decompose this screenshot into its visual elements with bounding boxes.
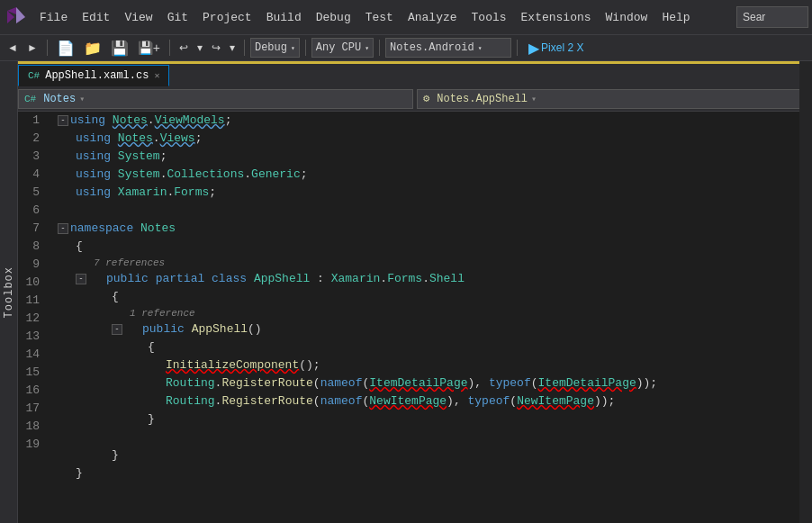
new-file-button[interactable]: 📄 bbox=[53, 37, 78, 59]
menu-analyze[interactable]: Analyze bbox=[401, 7, 465, 28]
menu-view[interactable]: View bbox=[117, 7, 159, 28]
collapse-9[interactable]: - bbox=[76, 274, 86, 284]
code-line-11: - public AppShell() bbox=[58, 320, 812, 338]
code-line-15: Routing. RegisterRoute( nameof( NewItemP… bbox=[58, 392, 812, 410]
tab-close-button[interactable]: ✕ bbox=[154, 70, 159, 81]
line-num-14: 14 bbox=[18, 346, 47, 364]
line-num-17: 17 bbox=[18, 400, 47, 418]
collapse-1[interactable]: - bbox=[58, 115, 68, 126]
search-input[interactable] bbox=[736, 6, 808, 28]
cs-icon: C# bbox=[28, 70, 40, 81]
code-line-17 bbox=[58, 428, 812, 446]
collapse-11[interactable]: - bbox=[112, 324, 122, 335]
menu-file[interactable]: File bbox=[32, 7, 75, 28]
line-num-13: 13 bbox=[18, 328, 47, 346]
nav-bar: C# Notes ▾ ⚙ Notes.AppShell ▾ bbox=[18, 86, 812, 112]
project-label: Notes.Android bbox=[390, 41, 474, 54]
cpu-arrow: ▾ bbox=[365, 44, 369, 52]
class-icon: C# bbox=[24, 94, 36, 104]
menu-extensions[interactable]: Extensions bbox=[514, 7, 599, 28]
line-num-2: 2 bbox=[18, 130, 47, 148]
separator-2 bbox=[169, 40, 170, 56]
menu-bar: File Edit View Git Project Build Debug T… bbox=[0, 0, 812, 34]
open-button[interactable]: 📁 bbox=[80, 37, 105, 59]
debug-config-arrow: ▾ bbox=[291, 44, 295, 52]
project-arrow: ▾ bbox=[478, 44, 483, 52]
scrollbar[interactable] bbox=[799, 61, 812, 523]
undo-dropdown[interactable]: ▾ bbox=[194, 37, 206, 59]
forward-button[interactable]: ► bbox=[23, 37, 41, 59]
save-button[interactable]: 💾 bbox=[107, 37, 132, 59]
code-line-5: using Xamarin.Forms; bbox=[58, 184, 812, 202]
menu-git[interactable]: Git bbox=[160, 7, 195, 28]
separator-5 bbox=[379, 40, 380, 56]
line-num-19: 19 bbox=[18, 436, 47, 454]
tab-appshell[interactable]: C# AppShell.xaml.cs ✕ bbox=[18, 65, 169, 86]
tab-appshell-label: AppShell.xaml.cs bbox=[45, 69, 149, 82]
code-line-9: - public partial class AppShell : Xamari… bbox=[58, 270, 812, 288]
menu-build[interactable]: Build bbox=[259, 7, 309, 28]
code-line-8: { bbox=[58, 238, 812, 256]
debug-config-dropdown[interactable]: Debug ▾ bbox=[250, 38, 300, 58]
separator-3 bbox=[244, 40, 245, 56]
toolbox-sidebar[interactable]: Toolbox bbox=[0, 61, 18, 523]
code-line-13: InitializeComponent(); bbox=[58, 356, 812, 374]
menu-tools[interactable]: Tools bbox=[465, 7, 514, 28]
line-num-9: 9 bbox=[18, 256, 47, 274]
menu-help[interactable]: Help bbox=[654, 7, 697, 28]
line-num-11: 11 bbox=[18, 292, 47, 310]
separator-4 bbox=[305, 40, 306, 56]
line-num-16: 16 bbox=[18, 382, 47, 400]
toolbox-label: Toolbox bbox=[3, 266, 15, 318]
line-num-15: 15 bbox=[18, 364, 47, 382]
code-editor[interactable]: - using Notes.ViewModels; using Notes.Vi… bbox=[54, 112, 812, 523]
redo-button[interactable]: ↪ bbox=[208, 37, 224, 59]
code-line-10: { bbox=[58, 288, 812, 306]
menu-project[interactable]: Project bbox=[195, 7, 259, 28]
class-dropdown-arrow: ▾ bbox=[79, 94, 85, 104]
tab-bar: C# AppShell.xaml.cs ✕ bbox=[18, 61, 812, 86]
code-ref-9: 7 references bbox=[58, 256, 812, 270]
code-ref-11: 1 reference bbox=[58, 306, 812, 320]
menu-debug[interactable]: Debug bbox=[309, 7, 358, 28]
line-num-10: 10 bbox=[18, 274, 47, 292]
menu-edit[interactable]: Edit bbox=[75, 7, 117, 28]
redo-dropdown[interactable]: ▾ bbox=[226, 37, 239, 59]
undo-button[interactable]: ↩ bbox=[176, 37, 192, 59]
menu-test[interactable]: Test bbox=[358, 7, 401, 28]
line-num-4: 4 bbox=[18, 166, 47, 184]
editor-area: 1 2 3 4 5 6 7 8 9 10 11 12 13 14 15 16 1… bbox=[18, 112, 812, 523]
code-line-4: using System.Collections.Generic; bbox=[58, 166, 812, 184]
cpu-label: Any CPU bbox=[316, 41, 361, 54]
menu-window[interactable]: Window bbox=[599, 7, 655, 28]
code-line-3: using System; bbox=[58, 148, 812, 166]
code-line-19: } bbox=[58, 464, 812, 482]
code-line-2: using Notes.Views; bbox=[58, 130, 812, 148]
code-line-16: } bbox=[58, 410, 812, 428]
method-value: Notes.AppShell bbox=[437, 93, 528, 105]
cpu-dropdown[interactable]: Any CPU ▾ bbox=[311, 38, 374, 58]
document-highlight-bar bbox=[0, 61, 812, 64]
debug-config-label: Debug bbox=[255, 41, 287, 54]
line-numbers: 1 2 3 4 5 6 7 8 9 10 11 12 13 14 15 16 1… bbox=[18, 112, 54, 523]
back-button[interactable]: ◄ bbox=[4, 37, 22, 59]
code-line-7: - namespace Notes bbox=[58, 220, 812, 238]
code-line-1: - using Notes.ViewModels; bbox=[58, 112, 812, 130]
line-num-5: 5 bbox=[18, 184, 47, 202]
line-num-8: 8 bbox=[18, 238, 47, 256]
collapse-7[interactable]: - bbox=[58, 223, 68, 234]
separator-1 bbox=[47, 40, 48, 56]
ref-hint-11: 1 reference bbox=[130, 304, 195, 322]
project-dropdown[interactable]: Notes.Android ▾ bbox=[385, 38, 511, 58]
save-all-button[interactable]: 💾+ bbox=[134, 37, 164, 59]
run-button[interactable]: ▶ Pixel 2 X bbox=[523, 38, 589, 59]
run-icon: ▶ bbox=[528, 40, 539, 57]
code-line-14: Routing. RegisterRoute( nameof( ItemDeta… bbox=[58, 374, 812, 392]
class-dropdown[interactable]: C# Notes ▾ bbox=[18, 89, 413, 109]
vs-logo-icon bbox=[4, 5, 29, 30]
code-line-12: { bbox=[58, 338, 812, 356]
method-icon: ⚙ bbox=[423, 92, 429, 105]
run-label: Pixel 2 X bbox=[541, 41, 583, 54]
method-dropdown[interactable]: ⚙ Notes.AppShell ▾ bbox=[417, 89, 812, 109]
line-num-6: 6 bbox=[18, 202, 47, 220]
